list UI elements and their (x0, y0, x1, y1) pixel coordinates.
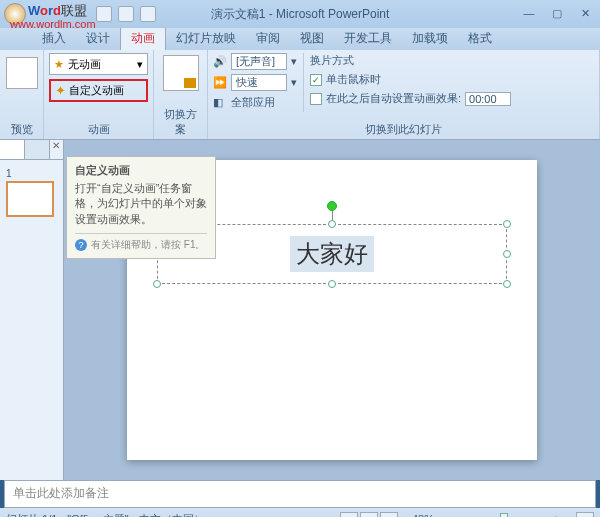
tooltip-help: ?有关详细帮助，请按 F1。 (75, 233, 207, 252)
ribbon-tabs: 插入 设计 动画 幻灯片放映 审阅 视图 开发工具 加载项 格式 (0, 28, 600, 50)
resize-handle[interactable] (503, 250, 511, 258)
resize-handle[interactable] (503, 280, 511, 288)
tab-review[interactable]: 审阅 (246, 27, 290, 50)
thumb-number: 1 (6, 168, 57, 179)
slides-tab[interactable] (0, 140, 25, 159)
group-animation-label: 动画 (49, 121, 148, 138)
star-icon: ✦ (55, 83, 66, 98)
view-buttons (340, 512, 398, 517)
workspace: ✕ 1 自定义动画 打开“自定义动画”任务窗格，为幻灯片中的单个对象设置动画效果… (0, 140, 600, 480)
slide-counter: 幻灯片 1/1 (6, 512, 57, 518)
language-label[interactable]: 中文（中国） (139, 512, 205, 518)
qat-redo[interactable] (140, 6, 156, 22)
group-switch: 🔊[无声音]▾ ⏩快速▾ ◧全部应用 换片方式 ✓单击鼠标时 在此之后自动设置动… (208, 50, 600, 139)
tab-design[interactable]: 设计 (76, 27, 120, 50)
tab-format[interactable]: 格式 (458, 27, 502, 50)
slide-thumbnail[interactable] (6, 181, 54, 217)
zoom-in-button[interactable]: + (550, 513, 562, 517)
resize-handle[interactable] (153, 280, 161, 288)
resize-handle[interactable] (328, 220, 336, 228)
slideshow-view-button[interactable] (380, 512, 398, 517)
resize-handle[interactable] (328, 280, 336, 288)
transition-scheme-button[interactable] (163, 55, 199, 91)
group-switch-label: 切换到此幻灯片 (213, 121, 594, 138)
auto-time-input[interactable]: 00:00 (465, 92, 511, 106)
title-bar: Word联盟 www.wordlm.com 演示文稿1 - Microsoft … (0, 0, 600, 28)
maximize-button[interactable]: ▢ (548, 7, 566, 21)
preview-button[interactable] (6, 57, 38, 89)
group-animation: ★无动画▾ ✦自定义动画 动画 (44, 50, 154, 139)
animation-dropdown[interactable]: ★无动画▾ (49, 53, 148, 75)
custom-animation-button[interactable]: ✦自定义动画 (49, 79, 148, 102)
apply-all-button[interactable]: 全部应用 (231, 95, 275, 110)
ribbon: 预览 ★无动画▾ ✦自定义动画 动画 切换方案 🔊[无声音]▾ ⏩快速▾ ◧全部… (0, 50, 600, 140)
status-bar: 幻灯片 1/1 "Office 主题" 中文（中国） 48% − + (0, 508, 600, 517)
outline-tab[interactable] (25, 140, 50, 159)
minimize-button[interactable]: — (520, 7, 538, 21)
apply-all-icon: ◧ (213, 96, 227, 110)
textbox-text[interactable]: 大家好 (290, 236, 374, 272)
transition-method-label: 换片方式 (310, 53, 511, 68)
tooltip-title: 自定义动画 (75, 163, 207, 178)
zoom-value[interactable]: 48% (412, 513, 434, 517)
theme-label: "Office 主题" (67, 512, 128, 518)
sorter-view-button[interactable] (360, 512, 378, 517)
zoom-out-button[interactable]: − (448, 513, 460, 517)
qat-save[interactable] (96, 6, 112, 22)
slide-panel: ✕ 1 (0, 140, 64, 480)
tab-addin[interactable]: 加载项 (402, 27, 458, 50)
window-title: 演示文稿1 - Microsoft PowerPoint (211, 6, 390, 23)
sound-icon: 🔊 (213, 55, 227, 69)
tab-view[interactable]: 视图 (290, 27, 334, 50)
help-icon: ? (75, 239, 87, 251)
star-icon: ★ (54, 58, 64, 71)
close-button[interactable]: ✕ (576, 7, 594, 21)
sound-dropdown[interactable]: [无声音] (231, 53, 287, 70)
auto-after-checkbox[interactable] (310, 93, 322, 105)
tooltip: 自定义动画 打开“自定义动画”任务窗格，为幻灯片中的单个对象设置动画效果。 ?有… (66, 156, 216, 259)
zoom-thumb[interactable] (500, 513, 508, 517)
normal-view-button[interactable] (340, 512, 358, 517)
qat-undo[interactable] (118, 6, 134, 22)
group-transition-label: 切换方案 (159, 106, 202, 138)
tab-slideshow[interactable]: 幻灯片放映 (166, 27, 246, 50)
group-transition: 切换方案 (154, 50, 208, 139)
rotate-handle[interactable] (327, 201, 337, 211)
group-preview: 预览 (0, 50, 44, 139)
group-preview-label: 预览 (11, 121, 33, 138)
tab-developer[interactable]: 开发工具 (334, 27, 402, 50)
tab-insert[interactable]: 插入 (32, 27, 76, 50)
tooltip-body: 打开“自定义动画”任务窗格，为幻灯片中的单个对象设置动画效果。 (75, 181, 207, 227)
panel-close[interactable]: ✕ (50, 140, 63, 159)
speed-icon: ⏩ (213, 76, 227, 90)
notes-pane[interactable]: 单击此处添加备注 (4, 480, 596, 508)
watermark-url: www.wordlm.com (10, 18, 96, 30)
tab-animation[interactable]: 动画 (120, 26, 166, 50)
quick-access-toolbar (96, 6, 156, 22)
fit-window-button[interactable] (576, 512, 594, 517)
on-click-checkbox[interactable]: ✓ (310, 74, 322, 86)
resize-handle[interactable] (503, 220, 511, 228)
speed-dropdown[interactable]: 快速 (231, 74, 287, 91)
